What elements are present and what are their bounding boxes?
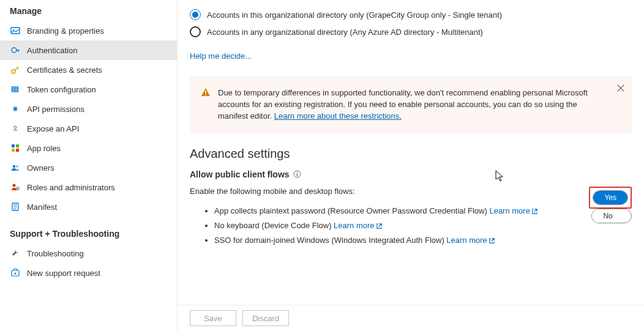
- key-icon: [10, 64, 21, 75]
- support-icon: [10, 267, 21, 278]
- radio-single-tenant[interactable]: Accounts in this organizational director…: [190, 6, 632, 23]
- discard-button[interactable]: Discard: [242, 310, 289, 326]
- sidebar-item-roles-admins[interactable]: Roles and administrators: [0, 177, 177, 197]
- sidebar-item-manifest[interactable]: Manifest: [0, 197, 177, 217]
- learn-more-link[interactable]: Learn more: [446, 236, 495, 245]
- public-client-toggle[interactable]: Yes: [593, 190, 628, 205]
- api-permissions-icon: [10, 103, 21, 114]
- sidebar-item-expose-api[interactable]: Expose an API: [0, 119, 177, 138]
- sidebar-item-api-permissions[interactable]: API permissions: [0, 99, 177, 119]
- svg-point-24: [297, 172, 298, 173]
- radio-label: Accounts in this organizational director…: [207, 10, 502, 20]
- footer-actions: Save Discard: [178, 305, 644, 331]
- sidebar-item-label: App roles: [27, 144, 61, 153]
- svg-rect-25: [297, 174, 298, 177]
- sidebar-item-certificates[interactable]: Certificates & secrets: [0, 60, 177, 80]
- info-icon[interactable]: [293, 170, 302, 179]
- warning-learn-more-link[interactable]: Learn more about these restrictions.: [274, 111, 402, 121]
- svg-rect-5: [13, 86, 15, 92]
- svg-rect-21: [205, 91, 206, 94]
- warning-icon: [201, 87, 211, 122]
- main-content: Accounts in this organizational director…: [178, 0, 644, 331]
- svg-point-2: [12, 48, 17, 53]
- radio-label: Accounts in any organizational directory…: [207, 28, 483, 37]
- auth-icon: [10, 45, 21, 56]
- sidebar-item-label: Manifest: [27, 203, 57, 212]
- sidebar-item-authentication[interactable]: Authentication: [0, 40, 177, 60]
- manifest-icon: [10, 201, 21, 212]
- token-icon: [10, 84, 21, 95]
- warning-banner: Due to temporary differences in supporte…: [190, 76, 632, 133]
- svg-rect-0: [11, 28, 20, 34]
- external-link-icon: [489, 235, 495, 248]
- toggle-yes[interactable]: Yes: [593, 191, 627, 204]
- warning-text: Due to temporary differences in supporte…: [218, 87, 605, 122]
- sidebar-item-label: Roles and administrators: [27, 183, 115, 192]
- sidebar-heading-manage: Manage: [0, 4, 177, 21]
- sidebar-item-label: Token configuration: [27, 85, 96, 94]
- sidebar-item-label: Troubleshooting: [27, 249, 84, 258]
- radio-icon-checked: [190, 9, 201, 20]
- radio-icon-unchecked: [190, 26, 201, 37]
- svg-rect-11: [16, 144, 19, 147]
- owners-icon: [10, 162, 21, 173]
- sidebar-item-new-support[interactable]: New support request: [0, 263, 177, 283]
- toggle-no[interactable]: No: [592, 209, 623, 223]
- sidebar-item-token-config[interactable]: Token configuration: [0, 80, 177, 99]
- flow-item: App collects plaintext password (Resourc…: [214, 204, 577, 219]
- close-icon[interactable]: [617, 83, 624, 95]
- public-client-toggle-no[interactable]: No: [591, 209, 632, 223]
- flow-item: No keyboard (Device Code Flow) Learn mor…: [214, 219, 577, 234]
- flows-list: App collects plaintext password (Resourc…: [190, 204, 577, 248]
- advanced-settings-heading: Advanced settings: [190, 147, 632, 161]
- sidebar-item-troubleshooting[interactable]: Troubleshooting: [0, 244, 177, 263]
- sidebar-heading-support: Support + Troubleshooting: [0, 226, 177, 244]
- toggle-highlight-box: Yes No: [589, 187, 632, 223]
- sidebar-item-owners[interactable]: Owners: [0, 158, 177, 177]
- svg-rect-6: [15, 86, 17, 92]
- wrench-icon: [10, 248, 21, 259]
- help-me-decide-link[interactable]: Help me decide...: [190, 51, 252, 61]
- svg-rect-10: [12, 144, 15, 147]
- sidebar-item-label: New support request: [27, 269, 100, 278]
- flow-item: SSO for domain-joined Windows (Windows I…: [214, 234, 577, 248]
- svg-rect-13: [16, 149, 19, 152]
- svg-rect-22: [205, 94, 206, 95]
- flows-description: Enable the following mobile and desktop …: [190, 187, 577, 196]
- svg-rect-7: [17, 86, 18, 92]
- sidebar-item-label: Authentication: [27, 46, 77, 55]
- app-roles-icon: [10, 143, 21, 154]
- external-link-icon: [376, 220, 383, 234]
- sidebar-item-label: Owners: [27, 163, 54, 173]
- branding-icon: [10, 25, 21, 36]
- sidebar-item-label: Branding & properties: [27, 26, 104, 35]
- svg-point-9: [14, 126, 17, 128]
- external-link-icon: [531, 206, 538, 219]
- sidebar-item-label: Certificates & secrets: [27, 65, 102, 75]
- sidebar-item-branding[interactable]: Branding & properties: [0, 21, 177, 40]
- svg-rect-12: [12, 149, 15, 152]
- svg-point-8: [14, 108, 17, 110]
- svg-rect-4: [12, 86, 13, 92]
- learn-more-link[interactable]: Learn more: [334, 221, 382, 230]
- svg-point-15: [16, 165, 18, 168]
- sidebar-item-label: Expose an API: [27, 124, 79, 133]
- roles-admin-icon: [10, 182, 21, 193]
- sidebar: Manage Branding & properties Authenticat…: [0, 0, 178, 331]
- svg-point-16: [13, 184, 16, 187]
- sidebar-item-app-roles[interactable]: App roles: [0, 138, 177, 158]
- radio-multitenant[interactable]: Accounts in any organizational directory…: [190, 23, 632, 40]
- svg-point-14: [13, 165, 15, 168]
- learn-more-link[interactable]: Learn more: [489, 206, 537, 215]
- sidebar-item-label: API permissions: [27, 105, 84, 114]
- save-button[interactable]: Save: [190, 310, 236, 326]
- expose-api-icon: [10, 123, 21, 134]
- svg-point-20: [15, 273, 17, 275]
- allow-public-client-flows-heading: Allow public client flows: [190, 169, 632, 179]
